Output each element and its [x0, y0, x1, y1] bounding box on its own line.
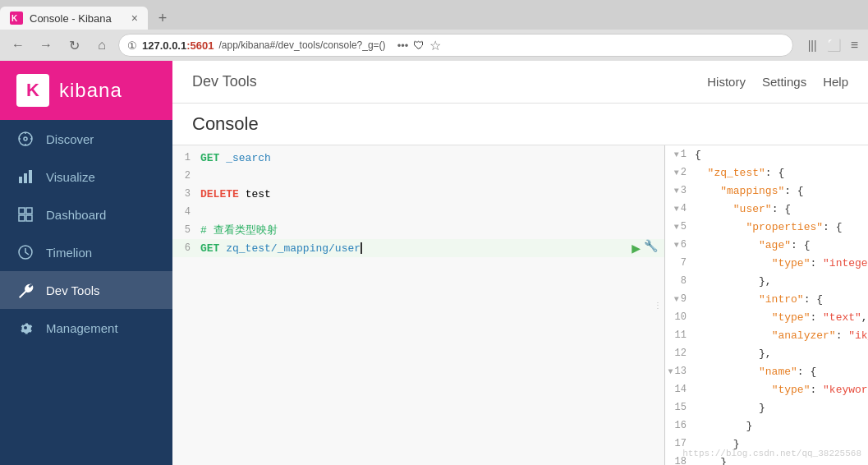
code-line-1: 1 GET _search [172, 149, 664, 167]
line-content-3[interactable]: DELETE test [197, 188, 664, 200]
svg-rect-7 [19, 177, 22, 183]
tab-title: Console - Kibana [30, 12, 112, 25]
url-protocol: ① [127, 39, 137, 52]
svg-text:K: K [11, 14, 18, 23]
resp-content-3: "mappings": { [690, 185, 868, 197]
tab-bar: K Console - Kibana × + [0, 0, 868, 30]
url-host: 127.0.0.1:5601 [142, 39, 214, 52]
resp-line-16: 16 } [665, 420, 868, 438]
url-input[interactable]: ① 127.0.0.1:5601 /app/kibana#/dev_tools/… [118, 34, 793, 57]
resp-content-1: { [690, 149, 868, 161]
response-panel: ▼1 { ▼2 "zq_test": { ▼3 "mappings": { ▼4 [665, 145, 868, 465]
active-tab: K Console - Kibana × [0, 7, 148, 30]
code-line-3: 3 DELETE test [172, 185, 664, 203]
resp-num-5: ▼5 [665, 221, 690, 232]
resp-num-16: 16 [665, 420, 690, 431]
sidebar: K kibana Discover Visualize Das [0, 61, 172, 465]
watermark: https://blog.csdn.net/qq_38225568 [682, 449, 861, 458]
refresh-button[interactable]: ↻ [62, 34, 85, 57]
editor-panel[interactable]: 1 GET _search 2 3 DELETE test 4 [172, 145, 665, 465]
resp-content-11: "analyzer": "ik_max_word" [690, 329, 868, 342]
code-line-6: 6 GET zq_test/_mapping/user ▶ 🔧 [172, 239, 664, 257]
sidebar-item-discover[interactable]: Discover [0, 120, 172, 158]
app-container: K kibana Discover Visualize Das [0, 61, 868, 465]
svg-rect-13 [26, 215, 32, 221]
svg-point-2 [24, 137, 27, 140]
main-content: Dev Tools History Settings Help Console … [172, 61, 868, 465]
resp-line-13: ▼13 "name": { [665, 366, 868, 384]
help-button[interactable]: Help [823, 75, 848, 89]
wrench-action-button[interactable]: 🔧 [644, 239, 658, 257]
code-line-4: 4 [172, 203, 664, 221]
logo-k: K [26, 80, 39, 101]
resp-num-15: 15 [665, 402, 690, 413]
console-panels: 1 GET _search 2 3 DELETE test 4 [172, 145, 868, 465]
back-button[interactable]: ← [7, 34, 30, 57]
run-button[interactable]: ▶ [631, 239, 641, 257]
resp-content-4: "user": { [690, 203, 868, 215]
resp-line-6: ▼6 "age": { [665, 239, 868, 257]
resp-line-3: ▼3 "mappings": { [665, 185, 868, 203]
line-actions-6: ▶ 🔧 [631, 239, 658, 257]
browser-chrome: K Console - Kibana × + ← → ↻ ⌂ ① 127.0.0… [0, 0, 868, 61]
resp-line-14: 14 "type": "keyword" [665, 384, 868, 402]
address-bar: ← → ↻ ⌂ ① 127.0.0.1:5601 /app/kibana#/de… [0, 30, 868, 61]
resp-num-2: ▼2 [665, 167, 690, 178]
menu-icon[interactable]: ≡ [847, 35, 861, 56]
line-content-1[interactable]: GET _search [197, 152, 664, 164]
resp-content-13: "name": { [690, 366, 868, 378]
resp-content-2: "zq_test": { [690, 167, 868, 179]
resp-num-17: 17 [665, 438, 690, 449]
main-header-title: Dev Tools [192, 73, 257, 90]
svg-rect-9 [29, 170, 32, 183]
sidebar-item-dashboard[interactable]: Dashboard [0, 196, 172, 233]
bookmark-icon[interactable]: ☆ [429, 38, 441, 53]
line-content-5[interactable]: # 查看类型映射 [197, 223, 664, 237]
line-content-2[interactable] [197, 170, 664, 182]
main-header: Dev Tools History Settings Help [172, 61, 868, 104]
sidebar-item-visualize[interactable]: Visualize [0, 158, 172, 196]
resp-content-15: } [690, 402, 868, 414]
resp-line-7: 7 "type": "integer" [665, 257, 868, 275]
more-btn[interactable]: ••• [397, 39, 409, 52]
tab-favicon: K [10, 12, 23, 25]
resp-num-1: ▼1 [665, 149, 690, 160]
split-icon[interactable]: ⬜ [824, 35, 844, 55]
tab-close-button[interactable]: × [131, 12, 138, 25]
bar-chart-icon [16, 168, 34, 186]
resp-line-15: 15 } [665, 402, 868, 420]
grid-icon [16, 205, 34, 223]
resp-content-5: "properties": { [690, 221, 868, 233]
panel-resize-handle[interactable]: ⋮ [651, 297, 664, 314]
url-actions: ••• 🛡 ☆ [397, 38, 442, 53]
resp-content-10: "type": "text", [690, 311, 868, 324]
resp-line-8: 8 }, [665, 275, 868, 293]
sidebar-item-timelion[interactable]: Timelion [0, 233, 172, 271]
home-button[interactable]: ⌂ [90, 34, 113, 57]
new-tab-button[interactable]: + [151, 7, 174, 30]
sidebar-item-management[interactable]: Management [0, 309, 172, 347]
forward-button[interactable]: → [34, 34, 57, 57]
resp-content-14: "type": "keyword" [690, 384, 868, 396]
wrench-icon [16, 281, 34, 299]
discover-label: Discover [46, 132, 94, 146]
resp-num-11: 11 [665, 329, 690, 341]
resp-line-11: 11 "analyzer": "ik_max_word" [665, 329, 868, 348]
history-button[interactable]: History [707, 75, 746, 89]
extensions-icon[interactable]: ||| [805, 35, 820, 55]
resp-line-12: 12 }, [665, 348, 868, 366]
line-content-4[interactable] [197, 206, 664, 219]
code-line-2: 2 [172, 167, 664, 185]
logo-text: kibana [59, 79, 122, 102]
resp-num-6: ▼6 [665, 239, 690, 251]
svg-rect-12 [19, 215, 25, 221]
svg-rect-11 [26, 208, 32, 214]
resp-line-9: ▼9 "intro": { [665, 293, 868, 311]
resp-line-4: ▼4 "user": { [665, 203, 868, 221]
logo-icon: K [16, 74, 49, 107]
line-number-5: 5 [172, 224, 197, 236]
settings-button[interactable]: Settings [762, 75, 806, 89]
resp-num-8: 8 [665, 275, 690, 287]
sidebar-item-dev-tools[interactable]: Dev Tools [0, 271, 172, 309]
line-content-6[interactable]: GET zq_test/_mapping/user [197, 242, 631, 255]
